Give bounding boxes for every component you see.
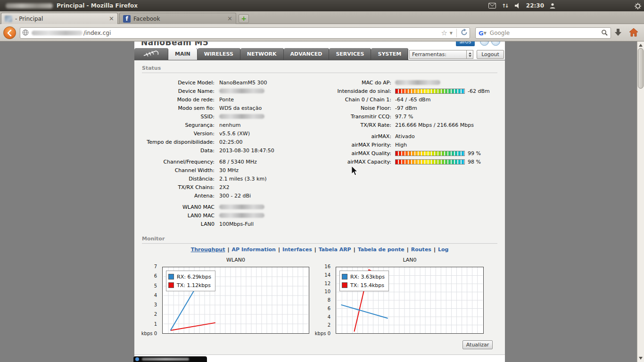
help-icon[interactable] bbox=[480, 41, 489, 46]
status-label: Device Model: bbox=[141, 80, 215, 86]
status-label: Version: bbox=[141, 131, 215, 137]
status-value: WDS da estação bbox=[219, 105, 262, 111]
status-row: Transmitir CCQ:97.7 % bbox=[311, 112, 500, 121]
user-icon[interactable] bbox=[550, 1, 555, 10]
window-title: Principal - Mozilla Firefox bbox=[57, 2, 138, 9]
legend-rx-label: RX: 3.63kbps bbox=[350, 274, 385, 280]
status-label: Distância: bbox=[141, 176, 215, 182]
legend-rx-label: RX: 6.29kbps bbox=[177, 274, 211, 280]
app-tab-wireless[interactable]: WIRELESS bbox=[198, 48, 240, 60]
redacted-value bbox=[395, 80, 440, 85]
status-value bbox=[219, 213, 264, 218]
status-label: WLAN0 MAC bbox=[141, 204, 215, 210]
status-value-text: NanoBeamM5 300 bbox=[219, 80, 267, 86]
monitor-link-ap-information[interactable]: AP Information bbox=[231, 247, 275, 253]
status-row: Version:v5.5.6 (XW) bbox=[141, 129, 311, 138]
app-tab-main[interactable]: MAIN bbox=[168, 48, 198, 60]
lan0-legend: RX: 3.63kbps TX: 15.4kbps bbox=[339, 271, 389, 291]
status-value-text: 300 - 22 dBi bbox=[219, 193, 251, 199]
status-value: -64 / -65 dBm bbox=[395, 97, 430, 103]
status-value-text: 2013-08-30 18:47:50 bbox=[219, 148, 274, 154]
tab-close-icon[interactable]: ✕ bbox=[227, 16, 232, 22]
ferramentas-select[interactable]: Ferramentas: bbox=[409, 50, 473, 59]
link-separator: | bbox=[227, 247, 229, 253]
status-value-text: 216.666 Mbps / 216.666 Mbps bbox=[395, 122, 474, 128]
atualizar-button[interactable]: Atualizar bbox=[462, 340, 493, 349]
search-bar[interactable]: G ▼ Google bbox=[475, 27, 611, 39]
url-bar[interactable]: /index.cgi ☆ ▼ bbox=[20, 27, 470, 39]
status-label: Intensidade do sinal: bbox=[311, 88, 391, 94]
monitor-link-log[interactable]: Log bbox=[438, 247, 448, 253]
app-tab-services[interactable]: SERVICES bbox=[329, 48, 371, 60]
signal-bar bbox=[395, 89, 465, 94]
monitor-link-routes[interactable]: Routes bbox=[411, 247, 431, 253]
signal-bar bbox=[395, 151, 465, 156]
ferramentas-label: Ferramentas: bbox=[412, 51, 446, 58]
scroll-up-icon[interactable] bbox=[639, 44, 643, 47]
scroll-down-icon[interactable] bbox=[639, 357, 643, 360]
mouse-cursor bbox=[351, 166, 358, 178]
info-icon[interactable] bbox=[491, 41, 500, 46]
downloads-button[interactable] bbox=[614, 28, 622, 39]
clock[interactable]: 22:30 bbox=[526, 2, 544, 9]
monitor-link-interfaces[interactable]: Interfaces bbox=[282, 247, 312, 253]
home-button[interactable] bbox=[629, 28, 638, 39]
status-value: 97.7 % bbox=[395, 114, 413, 120]
status-row: airMAX Quality:99 % bbox=[311, 149, 500, 157]
app-tab-logo[interactable] bbox=[134, 48, 168, 60]
new-tab-button[interactable]: + bbox=[239, 14, 249, 23]
monitor-link-tabela-de-ponte[interactable]: Tabela de ponte bbox=[358, 247, 405, 253]
reload-icon[interactable] bbox=[461, 29, 468, 38]
bookmark-caret-icon[interactable]: ▼ bbox=[450, 31, 453, 35]
y-tick-label: 12 bbox=[324, 281, 330, 286]
google-engine-icon[interactable]: G bbox=[479, 30, 484, 37]
select-spinner[interactable] bbox=[466, 50, 473, 58]
search-magnifier-icon[interactable] bbox=[601, 29, 608, 38]
link-separator: | bbox=[354, 247, 355, 253]
monitor-links: Throughput|AP Information|Interfaces|Tab… bbox=[134, 247, 505, 253]
status-value: 99 % bbox=[395, 150, 481, 156]
session-gear-icon[interactable] bbox=[635, 2, 641, 11]
tab-close-icon[interactable]: ✕ bbox=[109, 16, 114, 22]
browser-tab-facebook[interactable]: f Facebook ✕ bbox=[119, 13, 236, 24]
y-tick-label: 2 bbox=[154, 312, 157, 317]
app-tab-system[interactable]: SYSTEM bbox=[371, 48, 408, 60]
status-value: Ativado bbox=[395, 133, 415, 140]
status-value: v5.5.6 (XW) bbox=[219, 131, 250, 137]
status-row: Noise Floor:-97 dBm bbox=[311, 104, 500, 112]
engine-caret-icon[interactable]: ▼ bbox=[484, 31, 487, 35]
monitor-link-throughput[interactable]: Throughput bbox=[191, 247, 225, 253]
logout-button[interactable]: Logout bbox=[477, 50, 504, 59]
spinner-down-icon[interactable] bbox=[469, 55, 471, 57]
app-tab-network[interactable]: NETWORK bbox=[240, 48, 284, 60]
network-arrows-icon[interactable]: ↑↓ bbox=[502, 3, 509, 9]
status-heading: Status bbox=[142, 65, 497, 73]
legend-tx-label: TX: 15.4kbps bbox=[350, 282, 384, 288]
status-value-text: -64 / -65 dBm bbox=[395, 97, 430, 103]
link-separator: | bbox=[434, 247, 436, 253]
spinner-up-icon[interactable] bbox=[469, 52, 471, 54]
scroll-thumb[interactable] bbox=[638, 48, 644, 89]
status-value-text: 68 / 5340 MHz bbox=[219, 159, 257, 165]
mail-icon[interactable] bbox=[488, 1, 496, 10]
monitor-link-tabela-arp[interactable]: Tabela ARP bbox=[319, 247, 351, 253]
lan0-y-axis: kbps 0246810121416 bbox=[312, 267, 332, 334]
status-row: Device Name: bbox=[141, 87, 311, 95]
status-value: 98 % bbox=[395, 159, 481, 165]
status-label: Transmitir CCQ: bbox=[311, 114, 391, 120]
status-row: Segurança:nenhum bbox=[141, 121, 311, 129]
y-tick-label: 7 bbox=[154, 264, 157, 269]
status-label: LAN0 bbox=[141, 221, 215, 227]
status-label: TX/RX Chains: bbox=[141, 184, 215, 190]
status-label: SSID: bbox=[141, 114, 215, 120]
app-tab-advanced[interactable]: ADVANCED bbox=[284, 48, 330, 60]
status-right-column: MAC do AP:Intensidade do sinal:-62 dBmCh… bbox=[311, 78, 500, 166]
browser-scrollbar[interactable] bbox=[637, 41, 644, 362]
browser-tab-principal[interactable]: - Principal ✕ bbox=[1, 13, 118, 24]
back-button[interactable] bbox=[3, 26, 16, 39]
bottom-window-badge[interactable] bbox=[133, 356, 207, 362]
status-label: Device Name: bbox=[141, 88, 215, 94]
volume-icon[interactable] bbox=[515, 1, 520, 10]
status-value-text: -62 dBm bbox=[468, 88, 490, 94]
bookmark-star-icon[interactable]: ☆ bbox=[441, 29, 447, 37]
